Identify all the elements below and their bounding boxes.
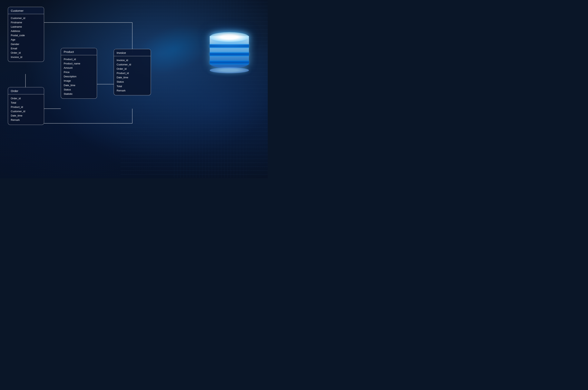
field-date-time: Date_time <box>117 75 148 80</box>
field-statistic: Statistic <box>64 92 94 96</box>
field-firstname: Firstname <box>11 20 41 25</box>
field-amount: Amount <box>64 66 94 70</box>
field-product-name: Product_name <box>64 61 94 66</box>
field-date-time: Date_time <box>64 83 94 88</box>
customer-table: Customer Customer_id Firstname Lastname … <box>8 7 44 62</box>
order-table-fields: Order_id Total Product_id Customer_id Da… <box>8 94 44 125</box>
field-email: Email <box>11 47 41 51</box>
field-status: Status <box>117 80 148 84</box>
field-status: Status <box>64 88 94 92</box>
field-total: Total <box>117 84 148 89</box>
order-table: Order Order_id Total Product_id Customer… <box>8 87 44 125</box>
invoice-table-fields: Invoice_id Customer_id Order_id Product_… <box>114 56 151 95</box>
field-lastname: Lastname <box>11 25 41 29</box>
field-order-id: Order_id <box>11 51 41 55</box>
order-table-title: Order <box>8 87 44 94</box>
field-total: Total <box>11 101 41 105</box>
product-table-fields: Product_id Product_name Amount Price Des… <box>61 55 97 98</box>
field-product-id: Product_id <box>11 105 41 109</box>
field-invoice-id: Invoice_id <box>11 55 41 59</box>
invoice-table-title: Invoice <box>114 49 151 56</box>
field-price: Price <box>64 70 94 74</box>
field-address: Address <box>11 29 41 33</box>
erd-diagram: Customer Customer_id Firstname Lastname … <box>0 0 268 178</box>
field-gender: Gender <box>11 42 41 47</box>
field-customer-id: Customer_id <box>11 16 41 20</box>
field-remark: Remark <box>117 89 148 93</box>
invoice-table: Invoice Invoice_id Customer_id Order_id … <box>114 49 151 95</box>
field-product-id: Product_id <box>64 57 94 61</box>
field-invoice-id: Invoice_id <box>117 58 148 62</box>
field-image: Image <box>64 79 94 83</box>
field-order-id: Order_id <box>11 96 41 101</box>
customer-table-fields: Customer_id Firstname Lastname Address P… <box>8 14 44 62</box>
field-order-id: Order_id <box>117 67 148 71</box>
customer-table-title: Customer <box>8 7 44 14</box>
field-date-time: Date_time <box>11 114 41 118</box>
field-customer-id: Customer_id <box>11 109 41 114</box>
field-product-id: Product_id <box>117 71 148 75</box>
field-postal-code: Postal_code <box>11 33 41 38</box>
field-remark: Remark <box>11 118 41 122</box>
field-description: Description <box>64 74 94 79</box>
product-table: Product Product_id Product_name Amount P… <box>61 48 97 99</box>
field-customer-id: Customer_id <box>117 62 148 67</box>
field-age: Age <box>11 38 41 42</box>
product-table-title: Product <box>61 48 97 55</box>
